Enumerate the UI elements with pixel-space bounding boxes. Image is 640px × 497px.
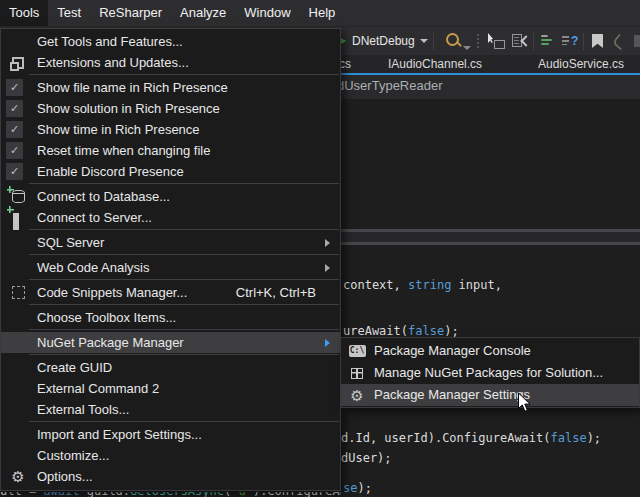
menu-item-choose-toolbox-items[interactable]: Choose Toolbox Items... [1,307,340,328]
mouse-cursor [517,392,532,413]
menu-item-label: Get Tools and Features... [37,34,183,49]
menu-separator [29,74,339,75]
run-target-label[interactable]: DNetDebug [352,27,415,55]
menubar-item-resharper[interactable]: ReSharper [90,0,171,26]
server-icon [13,211,24,224]
checkmark-icon: ✓ [6,163,23,180]
tab-audioservice[interactable]: AudioService.cs [538,56,624,73]
prev-bookmark-icon[interactable] [612,34,629,51]
submenu-arrow-icon [325,239,330,247]
extensions-icon [12,57,24,69]
visual-studio-window: Tools Test ReSharper Analyze Window Help… [0,0,640,497]
document-arrow-icon [520,35,531,46]
icon-slot: ⚙ [347,387,367,403]
menu-item-nuget-package-manager[interactable]: NuGet Package Manager [1,332,340,353]
menu-item-sql-server[interactable]: SQL Server [1,232,340,253]
menu-item-customize[interactable]: Customize... [1,445,340,466]
code-keyword: await [43,492,79,497]
menu-item-code-snippets-manager[interactable]: Code Snippets Manager... Ctrl+K, Ctrl+B [1,282,340,303]
code-text: context, [343,278,408,292]
menu-item-label: Show solution in Rich Presence [37,101,220,116]
icon-slot [6,54,30,71]
toolbar-separator [583,33,584,50]
icon-slot [6,209,30,226]
code-keyword: false [408,324,444,338]
menu-item-external-command-2[interactable]: External Command 2 [1,378,340,399]
menubar-item-help[interactable]: Help [300,0,345,26]
code-keyword: false [551,431,587,445]
comment-lines-icon[interactable] [541,35,552,45]
pane-splitter-bottom[interactable] [341,242,640,245]
menu-item-label: Options... [37,469,93,484]
clipped-toolbar-icon [634,35,640,47]
menu-item-show-file-name[interactable]: ✓ Show file name in Rich Presence [1,77,340,98]
code-text: ); [444,324,458,338]
menu-item-create-guid[interactable]: Create GUID [1,357,340,378]
checkmark-icon: ✓ [6,79,23,96]
submenu-arrow-icon [325,264,330,272]
tab-iaudiochannel[interactable]: IAudioChannel.cs [388,56,482,73]
gear-icon: ⚙ [350,387,363,404]
help-comment-icon[interactable] [562,35,569,45]
checkmark-icon: ✓ [6,121,23,138]
menu-item-label: NuGet Package Manager [37,335,184,350]
code-keyword: string [408,278,451,292]
menu-separator [29,304,339,305]
bookmark-icon[interactable] [592,34,603,48]
menu-item-import-export-settings[interactable]: Import and Export Settings... [1,424,340,445]
menu-item-connect-to-database[interactable]: Connect to Database... [1,186,340,207]
plus-badge-icon [7,186,14,193]
menu-item-enable-discord-presence[interactable]: ✓ Enable Discord Presence [1,161,340,182]
submenu-item-manage-nuget-packages[interactable]: Manage NuGet Packages for Solution... [341,362,639,384]
menu-item-connect-to-server[interactable]: Connect to Server... [1,207,340,228]
menu-separator [29,279,339,280]
menu-item-get-tools-and-features[interactable]: Get Tools and Features... [1,31,340,52]
menu-item-label: Import and Export Settings... [37,427,202,442]
menu-item-reset-time[interactable]: ✓ Reset time when changing file [1,140,340,161]
code-text: dUser); [341,451,392,465]
find-icon-handle [456,41,462,47]
toolbar-separator [533,33,534,50]
menu-item-show-solution[interactable]: ✓ Show solution in Rich Presence [1,98,340,119]
code-text: input, [451,278,502,292]
menu-item-extensions-and-updates[interactable]: Extensions and Updates... [1,52,340,73]
toolbar-separator [433,33,434,50]
menu-item-web-code-analysis[interactable]: Web Code Analysis [1,257,340,278]
toolbar-grip[interactable] [477,34,479,48]
code-text: ); [587,431,601,445]
menu-item-show-time[interactable]: ✓ Show time in Rich Presence [1,119,340,140]
code-text: ult = [0,492,43,497]
tools-menu: Get Tools and Features... Extensions and… [0,28,341,491]
submenu-item-package-manager-console[interactable]: C:\ Package Manager Console [341,340,639,362]
menu-item-external-tools[interactable]: External Tools... [1,399,340,420]
menu-separator [29,254,339,255]
package-icon [351,368,363,379]
menu-separator [29,354,339,355]
code-line: d.Id, userId).ConfigureAwait(false); [341,431,601,446]
console-icon: C:\ [349,345,366,357]
menu-item-label: Extensions and Updates... [37,55,189,70]
menubar-item-tools[interactable]: Tools [0,0,48,26]
menu-item-shortcut: Ctrl+K, Ctrl+B [236,282,316,303]
menu-item-options[interactable]: ⚙ Options... [1,466,340,487]
menubar-item-window[interactable]: Window [235,0,299,26]
menu-item-label: Web Code Analysis [37,260,150,275]
question-mark-icon: ? [571,34,578,48]
menu-item-label: Connect to Database... [37,189,170,204]
menu-item-label: Connect to Server... [37,210,152,225]
submenu-item-label: Package Manager Console [374,343,531,358]
menubar-item-test[interactable]: Test [48,0,90,26]
find-dropdown-icon[interactable] [463,46,471,50]
code-string: "u" [231,492,253,497]
navigation-type-name[interactable]: dUserTypeReader [337,78,443,93]
menubar-item-analyze[interactable]: Analyze [171,0,235,26]
menu-item-label: External Command 2 [37,381,159,396]
code-text: ureAwait( [343,324,408,338]
run-target-dropdown-icon[interactable] [420,39,428,43]
submenu-item-package-manager-settings[interactable]: ⚙ Package Manager Settings [341,384,639,406]
checkmark-icon: ✓ [6,142,23,159]
submenu-item-label: Manage NuGet Packages for Solution... [374,365,603,380]
icon-slot: C:\ [347,343,367,359]
code-text: guild. [79,492,130,497]
menu-separator [29,183,339,184]
